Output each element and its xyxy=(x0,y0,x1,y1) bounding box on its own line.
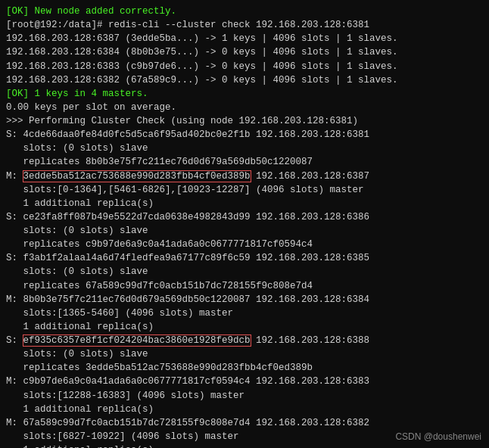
line-25-prefix: S: xyxy=(6,335,23,346)
line-8: 0.00 keys per slot on average. xyxy=(6,101,483,114)
line-25-suffix: 192.168.203.128:6388 xyxy=(251,335,370,346)
line-13-highlighted: 3edde5ba512ac753688e990d283fbb4cf0ed389b xyxy=(23,171,251,182)
line-14: slots:[0-1364],[5461-6826],[10923-12287]… xyxy=(6,183,483,197)
line-29: slots:[12288-16383] (4096 slots) master xyxy=(6,389,483,403)
line-5: 192.168.203.128:6383 (c9b97de6...) -> 0 … xyxy=(6,60,483,73)
terminal-window: [OK] New node added correctly. [root@192… xyxy=(0,0,489,448)
line-7: [OK] 1 keys in 4 masters. xyxy=(6,87,483,101)
line-19: S: f3ab1f2alaal4a6d74fledfea9a67177c89f6… xyxy=(6,251,483,265)
line-2: [root@192:/data]# redis-cli --cluster ch… xyxy=(6,18,483,32)
line-15: 1 additional replica(s) xyxy=(6,197,483,210)
line-30: 1 additional replica(s) xyxy=(6,403,483,416)
line-31: M: 67a589c99d7fc0acb151b7dc728155f9c808e… xyxy=(6,416,483,430)
line-13-prefix: M: xyxy=(6,171,23,182)
line-22: M: 8b0b3e75f7c211ec76d0d679a569db50c1220… xyxy=(6,293,483,306)
line-25: S: ef935c6357e8f1cf024204bac3860e1928fe9… xyxy=(6,334,483,347)
line-13-suffix: 192.168.203.128:6387 xyxy=(251,171,370,182)
line-4: 192.168.203.128:6384 (8b0b3e75...) -> 0 … xyxy=(6,45,483,59)
line-17: slots: (0 slots) slave xyxy=(6,224,483,238)
line-27: replicates 3edde5ba512ac753688e990d283fb… xyxy=(6,361,483,375)
line-25-highlighted: ef935c6357e8f1cf024204bac3860e1928fe9dcb xyxy=(23,335,251,346)
line-21: replicates 67a589c99d7fc0acb151b7dc72815… xyxy=(6,279,483,293)
line-9: >>> Performing Cluster Check (using node… xyxy=(6,114,483,128)
line-26: slots: (0 slots) slave xyxy=(6,347,483,361)
line-18: replicates c9b97de6a9c0a41ada6a0c0677771… xyxy=(6,238,483,251)
line-23: slots:[1365-5460] (4096 slots) master xyxy=(6,306,483,320)
line-12: replicates 8b0b3e75f7c211ec76d0d679a569d… xyxy=(6,155,483,169)
line-6: 192.168.203.128:6382 (67a589c9...) -> 0 … xyxy=(6,73,483,87)
line-20: slots: (0 slots) slave xyxy=(6,265,483,278)
line-16: S: ce23fa8ff087b49e5522d7cda0638e4982843… xyxy=(6,210,483,224)
line-3: 192.168.203.128:6387 (3edde5ba...) -> 1 … xyxy=(6,32,483,45)
line-24: 1 additional replica(s) xyxy=(6,320,483,334)
line-13: M: 3edde5ba512ac753688e990d283fbb4cf0ed3… xyxy=(6,170,483,183)
line-33: 1 additional replica(s) xyxy=(6,443,483,448)
line-28: M: c9b97de6a9c0a41ada6a0c0677771817cf059… xyxy=(6,375,483,388)
line-10: S: 4cde66daa0fe84d0fc5d5ca6f95ad402bc0e2… xyxy=(6,128,483,142)
line-1: [OK] New node added correctly. xyxy=(6,5,483,18)
line-11: slots: (0 slots) slave xyxy=(6,142,483,155)
watermark: CSDN @doushenwei xyxy=(395,431,481,442)
